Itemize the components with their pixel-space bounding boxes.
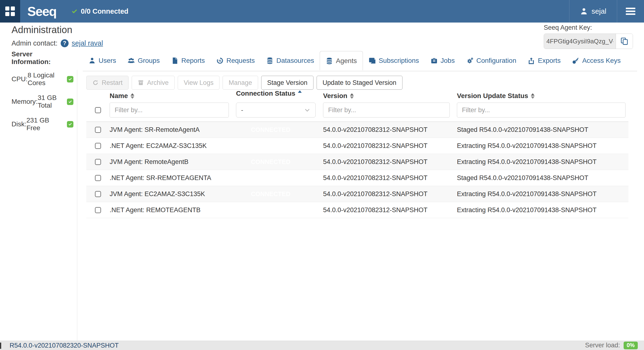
row-select-cell: [86, 175, 110, 181]
connection-status-filter-select[interactable]: -: [236, 103, 316, 117]
version-update-status-cell: Extracting R54.0.0-v202107091438-SNAPSHO…: [457, 190, 628, 198]
tab-users[interactable]: Users: [83, 51, 122, 70]
tab-exports[interactable]: Exports: [522, 51, 566, 70]
table-row: JVM Agent: RemoteAgentBCONNECTED54.0.0-v…: [86, 154, 628, 170]
agent-key-input[interactable]: [544, 34, 616, 49]
admin-contact-link[interactable]: sejal raval: [72, 39, 103, 47]
connection-status-cell: CONNECTED: [251, 190, 323, 198]
connection-status-label: 0/0 Connected: [81, 7, 128, 15]
agent-key-section: Seeq Agent Key:: [544, 24, 633, 49]
version-cell: 54.0.0-v202107082312-SNAPSHOT: [323, 206, 457, 214]
chevron-down-icon: [304, 107, 310, 113]
tab-groups[interactable]: Groups: [122, 51, 166, 70]
admin-tabs: UsersGroupsReports%RequestsDatasourcesAg…: [83, 51, 626, 70]
agents-table: Name Connection Status Version Version U…: [86, 91, 628, 218]
row-select-cell: [86, 159, 110, 165]
copy-agent-key-button[interactable]: [616, 34, 633, 49]
tab-label: Reports: [181, 57, 205, 64]
stage-version-button[interactable]: Stage Version: [261, 76, 314, 90]
button-label: View Logs: [184, 79, 214, 86]
version-update-status-cell: Staged R54.0.0-v202107091438-SNAPSHOT: [457, 126, 628, 133]
table-row: .NET Agent: SR-REMOTEAGENTACONNECTED54.0…: [86, 170, 628, 186]
column-header-connection-status[interactable]: Connection Status: [236, 90, 323, 97]
selected-option: -: [241, 106, 243, 114]
resize-grip: [0, 343, 1, 349]
connection-status: 0/0 Connected: [71, 7, 128, 15]
tabs-underline: [83, 71, 637, 71]
admin-contact-row: Admin contact: ? sejal raval: [12, 39, 103, 47]
refresh-icon: [92, 80, 98, 86]
version-filter-input[interactable]: [323, 103, 450, 117]
agent-name-cell: JVM Agent: EC2AMAZ-S3C135K: [110, 190, 236, 198]
agent-name-cell: JVM Agent: SR-RemoteAgentA: [110, 126, 236, 133]
tab-jobs[interactable]: Jobs: [425, 51, 460, 70]
sort-asc-icon: [298, 90, 302, 97]
row-checkbox[interactable]: [95, 191, 101, 197]
row-checkbox[interactable]: [95, 159, 101, 165]
file-icon: [171, 57, 178, 64]
cards-icon: [369, 57, 376, 64]
version-cell: 54.0.0-v202107082312-SNAPSHOT: [323, 174, 457, 182]
server-load-label: Server load:: [585, 342, 620, 349]
tab-agents[interactable]: Agents: [320, 51, 363, 70]
version-update-status-filter-input[interactable]: [457, 103, 626, 117]
name-filter-input[interactable]: [110, 103, 229, 117]
button-label: Update to Staged Version: [322, 79, 396, 86]
agent-name-cell: JVM Agent: RemoteAgentB: [110, 158, 236, 166]
row-checkbox[interactable]: [95, 207, 101, 213]
column-header-name[interactable]: Name: [110, 92, 236, 100]
admin-contact-label: Admin contact:: [12, 39, 58, 47]
tab-label: Access Keys: [582, 57, 620, 64]
manage-button: Manage: [222, 76, 258, 90]
agent-name-cell: .NET Agent: REMOTEAGENTB: [110, 206, 236, 214]
tab-requests[interactable]: %Requests: [210, 51, 260, 70]
button-label: Archive: [147, 79, 168, 86]
row-checkbox[interactable]: [95, 175, 101, 181]
database-icon: [326, 57, 333, 64]
tab-configuration[interactable]: Configuration: [460, 51, 522, 70]
svg-text:%: %: [218, 59, 221, 62]
apps-grid-button[interactable]: [0, 0, 20, 22]
meter-icon: %: [216, 57, 224, 64]
agent-key-group: [544, 33, 633, 49]
tab-label: Groups: [138, 57, 160, 64]
table-row: JVM Agent: SR-RemoteAgentACONNECTED54.0.…: [86, 122, 628, 138]
topbar-right: sejal: [569, 0, 644, 22]
row-select-cell: [86, 143, 110, 149]
user-menu-button[interactable]: sejal: [570, 0, 617, 22]
row-select-cell: [86, 127, 110, 133]
version-cell: 54.0.0-v202107082312-SNAPSHOT: [323, 142, 457, 150]
restart-button: Restart: [86, 76, 128, 90]
tab-label: Configuration: [476, 57, 516, 64]
version-cell: 54.0.0-v202107082312-SNAPSHOT: [323, 190, 457, 198]
server-info-value: 8 Logical Cores: [28, 71, 64, 87]
tab-datasources[interactable]: Datasources: [260, 51, 320, 70]
hamburger-menu-button[interactable]: [617, 8, 644, 15]
button-label: Manage: [228, 79, 252, 86]
status-ok-check-icon: [67, 121, 74, 128]
row-checkbox[interactable]: [95, 143, 101, 149]
update-to-staged-version-button[interactable]: Update to Staged Version: [316, 76, 402, 90]
table-row: JVM Agent: EC2AMAZ-S3C135KCONNECTED54.0.…: [86, 186, 628, 202]
agents-toolbar: RestartArchiveView LogsManageStage Versi…: [86, 76, 402, 90]
user-icon: [580, 7, 588, 15]
question-circle-icon[interactable]: ?: [61, 39, 68, 47]
page-title: Administration: [12, 24, 72, 35]
tab-label: Agents: [336, 57, 357, 65]
select-all-checkbox[interactable]: [95, 107, 101, 113]
column-header-version[interactable]: Version: [323, 92, 457, 100]
archive-button: Archive: [132, 76, 174, 90]
tab-label: Subscriptions: [379, 57, 419, 64]
row-checkbox[interactable]: [95, 127, 101, 133]
tab-access-keys[interactable]: Access Keys: [566, 51, 626, 70]
button-label: Stage Version: [267, 79, 308, 86]
gear-icon: [466, 57, 474, 64]
status-ok-check-icon: [67, 98, 74, 105]
tab-reports[interactable]: Reports: [166, 51, 210, 70]
agent-name-cell: .NET Agent: EC2AMAZ-S3C135K: [110, 142, 236, 150]
table-row: .NET Agent: REMOTEAGENTBCONNECTED54.0.0-…: [86, 202, 628, 218]
key-icon: [572, 57, 579, 64]
status-bar: R54.0.0-v202107082320-SNAPSHOT Server lo…: [0, 341, 644, 350]
column-header-version-update-status[interactable]: Version Update Status: [457, 92, 628, 100]
tab-subscriptions[interactable]: Subscriptions: [363, 51, 425, 70]
